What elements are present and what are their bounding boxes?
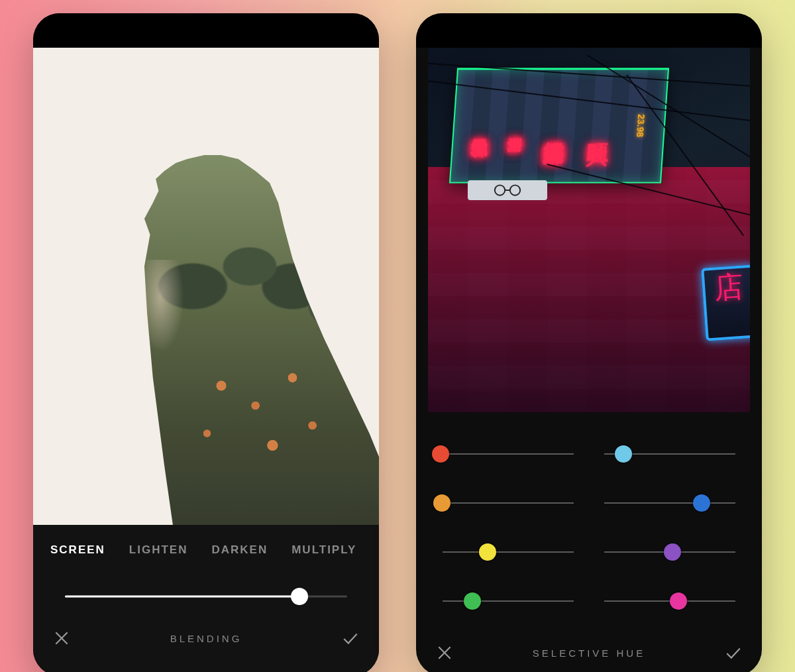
blending-panel: SCREENLIGHTENDARKENMULTIPLYCOLORBU BLEND… <box>33 525 379 672</box>
panel-footer: BLENDING <box>33 612 379 664</box>
hue-slider-magenta[interactable] <box>598 592 742 610</box>
cancel-button[interactable] <box>50 627 73 649</box>
slider-track <box>443 551 574 553</box>
status-bar <box>416 13 762 48</box>
phone-blending: SCREENLIGHTENDARKENMULTIPLYCOLORBU BLEND… <box>33 13 379 672</box>
slider-thumb[interactable] <box>291 588 308 605</box>
blend-mode-darken[interactable]: DARKEN <box>211 543 268 557</box>
close-icon <box>436 644 453 661</box>
hue-slider-yellow[interactable] <box>436 543 580 561</box>
close-icon <box>53 630 70 647</box>
confirm-button[interactable] <box>339 627 362 649</box>
hue-slider-red[interactable] <box>436 445 580 463</box>
slider-thumb[interactable] <box>464 592 481 610</box>
panel-title: SELECTIVE HUE <box>456 647 722 659</box>
check-icon <box>342 630 359 647</box>
hue-slider-blue[interactable] <box>598 494 742 512</box>
blending-canvas[interactable] <box>33 48 379 525</box>
hue-slider-purple[interactable] <box>598 543 742 561</box>
slider-track <box>443 453 574 455</box>
hue-slider-orange[interactable] <box>436 494 580 512</box>
slider-track <box>604 502 735 504</box>
status-bar <box>33 13 379 48</box>
check-icon <box>725 644 742 661</box>
slider-thumb[interactable] <box>479 543 496 561</box>
confirm-button[interactable] <box>722 642 745 664</box>
panel-title: BLENDING <box>73 633 339 644</box>
slider-thumb[interactable] <box>615 445 632 463</box>
slider-fill <box>65 596 299 598</box>
blend-mode-tabs: SCREENLIGHTENDARKENMULTIPLYCOLORBU <box>33 525 379 565</box>
slider-thumb[interactable] <box>693 494 710 512</box>
panel-footer: SELECTIVE HUE <box>416 630 762 672</box>
slider-track <box>443 502 574 504</box>
blend-mode-lighten[interactable]: LIGHTEN <box>129 543 188 557</box>
hue-slider-grid <box>416 412 762 630</box>
face-highlight <box>144 260 184 353</box>
hue-canvas[interactable]: 代客泊里 深圳全沖 麻雀娛樂 興旺 23.98 店 <box>428 48 750 412</box>
hue-slider-green[interactable] <box>436 592 580 610</box>
slider-thumb[interactable] <box>664 543 681 561</box>
slider-thumb[interactable] <box>670 592 687 610</box>
slider-thumb[interactable] <box>433 494 450 512</box>
blend-mode-multiply[interactable]: MULTIPLY <box>292 543 356 557</box>
phone-hue: 代客泊里 深圳全沖 麻雀娛樂 興旺 23.98 店 SELECTIVE HUE <box>416 13 762 672</box>
blend-mode-screen[interactable]: SCREEN <box>50 543 105 557</box>
cancel-button[interactable] <box>433 642 456 664</box>
blend-intensity-slider[interactable] <box>65 587 347 606</box>
wires-overlay <box>428 48 750 412</box>
slider-track <box>443 600 574 602</box>
slider-thumb[interactable] <box>432 445 449 463</box>
hue-slider-cyan[interactable] <box>598 445 742 463</box>
